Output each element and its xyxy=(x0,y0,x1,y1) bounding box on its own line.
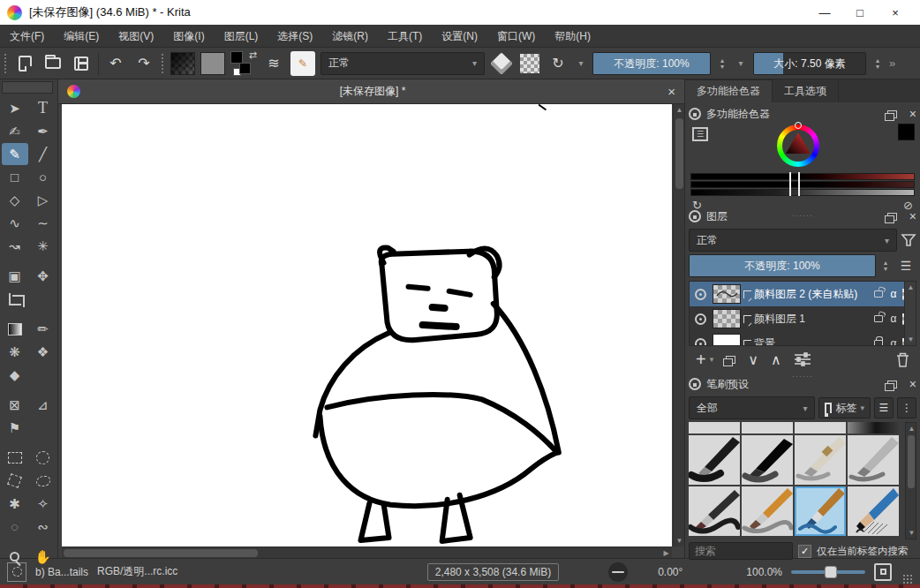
display-mode-button[interactable]: ☰ xyxy=(874,397,894,418)
float-panel-icon[interactable] xyxy=(887,381,897,388)
tool-bezier-curve[interactable]: ∿ xyxy=(2,212,28,234)
scroll-down-icon[interactable]: ▼ xyxy=(906,527,917,539)
tool-polyline[interactable]: ▷ xyxy=(30,189,57,211)
color-wheel[interactable] xyxy=(777,124,819,167)
undo-button[interactable]: ↶ xyxy=(104,52,127,75)
tool-freehand-path[interactable]: ∼ xyxy=(30,212,57,234)
tool-transform-select[interactable]: ➤ xyxy=(2,97,28,119)
canvas-close-icon[interactable]: × xyxy=(658,84,675,99)
scroll-down-icon[interactable]: ▼ xyxy=(905,334,916,345)
tool-assistants[interactable]: ⊠ xyxy=(2,394,28,416)
layer-visibility-icon[interactable] xyxy=(695,289,706,300)
layer-lock-icon[interactable] xyxy=(874,315,883,322)
tab-tool-options[interactable]: 工具选项 xyxy=(773,80,839,102)
float-panel-icon[interactable] xyxy=(887,213,897,221)
toolbox-drag-tab[interactable] xyxy=(2,81,53,94)
tool-crop[interactable] xyxy=(2,288,28,310)
layer-row-paint1[interactable]: 颜料图层 1 α xyxy=(690,306,916,331)
close-button[interactable]: × xyxy=(878,6,913,19)
layer-row-paint2[interactable]: 颜料图层 2 (来自粘贴) α xyxy=(690,282,916,306)
tool-similar-select[interactable]: ✧ xyxy=(30,493,57,515)
choose-workspace-button[interactable]: ≋ xyxy=(262,52,285,75)
foreground-background-colors[interactable]: ⇄ xyxy=(230,51,257,76)
gradient-bar-2[interactable] xyxy=(690,181,915,188)
brush-grid-scrollbar[interactable]: ▲ ▼ xyxy=(905,422,916,539)
brush-tile-ink-pen[interactable] xyxy=(689,435,740,485)
tool-line[interactable]: ╱ xyxy=(30,143,57,165)
canvas-tab-title[interactable]: [未保存图像] * xyxy=(87,84,658,99)
layer-opacity-spinner[interactable]: ▴▾ xyxy=(879,260,892,272)
add-layer-dropdown[interactable]: ▾ xyxy=(710,355,714,364)
brush-size-slider[interactable]: 大小: 7.50 像素 xyxy=(753,52,866,75)
rotation-dial[interactable] xyxy=(608,562,628,582)
layer-list-scrollbar[interactable]: ▲ ▼ xyxy=(904,282,916,345)
layer-lock-icon[interactable] xyxy=(874,290,883,298)
tool-polygon-select[interactable] xyxy=(2,470,28,492)
menu-view[interactable]: 视图(V) xyxy=(109,25,163,48)
move-layer-down-button[interactable]: ∨ xyxy=(748,351,758,368)
zoom-slider[interactable] xyxy=(791,570,865,574)
new-document-button[interactable] xyxy=(13,52,36,75)
tool-smart-patch[interactable]: ❖ xyxy=(30,341,57,363)
duplicate-layer-button[interactable] xyxy=(726,351,735,367)
brush-tile-fine-pen[interactable] xyxy=(795,435,846,485)
tool-ellipse-select[interactable] xyxy=(30,447,57,469)
menu-help[interactable]: 帮助(H) xyxy=(545,25,600,48)
close-panel-icon[interactable]: × xyxy=(909,377,916,391)
tool-color-sampler[interactable]: ✏ xyxy=(30,318,57,340)
layer-visibility-icon[interactable] xyxy=(695,338,706,347)
tool-magnetic-select[interactable]: ∾ xyxy=(30,516,57,538)
layer-blend-mode-dropdown[interactable]: 正常 ▾ xyxy=(689,229,897,252)
tag-button[interactable]: 标签 ▾ xyxy=(818,397,871,418)
opacity-spinner[interactable]: ▴▾ xyxy=(716,57,728,70)
toolbar-overflow-button[interactable]: » xyxy=(889,57,895,70)
close-panel-icon[interactable]: × xyxy=(909,107,916,121)
alpha-lock-icon[interactable]: α xyxy=(887,288,900,300)
menu-image[interactable]: 图像(I) xyxy=(163,25,214,48)
tool-fill[interactable]: ◆ xyxy=(2,364,28,386)
close-panel-icon[interactable]: × xyxy=(909,209,916,223)
gradient-bar-3[interactable] xyxy=(690,189,915,196)
maximize-button[interactable]: □ xyxy=(842,6,878,19)
brush-tile-blue-pencil[interactable] xyxy=(848,486,899,536)
layer-opacity-slider[interactable]: 不透明度: 100% xyxy=(689,254,876,277)
canvas[interactable] xyxy=(62,104,672,547)
move-layer-up-button[interactable]: ∧ xyxy=(771,351,781,368)
scroll-right-icon[interactable]: ▶ xyxy=(660,547,672,559)
tool-measure[interactable]: ⊿ xyxy=(30,394,57,416)
brush-size-spinner[interactable]: ▴▾ xyxy=(871,57,884,70)
foreground-color-swatch[interactable] xyxy=(230,51,243,64)
hue-handle[interactable] xyxy=(795,122,802,129)
tool-multibrush[interactable]: ✳ xyxy=(30,235,57,257)
reload-preset-button[interactable]: ↻ xyxy=(547,52,569,75)
brush-filter-dropdown[interactable]: 全部 ▾ xyxy=(689,396,815,419)
tool-dynamic-brush[interactable]: ↝ xyxy=(2,235,28,257)
eraser-mode-button[interactable] xyxy=(490,52,513,75)
opacity-slider[interactable]: 不透明度: 100% xyxy=(592,52,711,75)
status-zoom-level[interactable]: 100.0% xyxy=(746,566,782,578)
brush-tile-eraser1[interactable] xyxy=(689,422,740,433)
menu-select[interactable]: 选择(S) xyxy=(268,25,322,48)
gradient-chooser-button[interactable] xyxy=(170,52,195,75)
blend-mode-dropdown[interactable]: 正常 ▾ xyxy=(320,52,485,75)
canvas-horizontal-scrollbar[interactable]: ▶ xyxy=(62,547,672,558)
menu-file[interactable]: 文件(F) xyxy=(0,25,54,48)
tool-bezier-select[interactable]: ◌ xyxy=(2,516,28,538)
brush-tile-eraser2[interactable] xyxy=(742,422,793,433)
tool-transform[interactable]: ▣ xyxy=(2,265,28,287)
redo-button[interactable]: ↷ xyxy=(132,52,155,75)
layer-lock-icon[interactable] xyxy=(874,340,883,346)
brush-tile-watercolor-selected[interactable] xyxy=(795,486,846,536)
scroll-down-icon[interactable]: ▼ xyxy=(674,535,685,547)
tool-gradient[interactable] xyxy=(2,318,28,340)
layer-filter-icon[interactable] xyxy=(901,232,916,248)
layer-visibility-icon[interactable] xyxy=(695,313,706,325)
menu-edit[interactable]: 编辑(E) xyxy=(54,25,109,48)
brush-scroll-thumb[interactable] xyxy=(908,435,915,488)
menu-layer[interactable]: 图层(L) xyxy=(215,25,268,48)
selection-mode-button[interactable] xyxy=(7,562,26,582)
secondary-color-swatch[interactable] xyxy=(239,63,251,74)
color-triangle[interactable] xyxy=(782,130,814,162)
tool-freehand-brush[interactable]: ✎ xyxy=(2,143,28,165)
tool-pan[interactable]: ✋ xyxy=(30,546,57,568)
